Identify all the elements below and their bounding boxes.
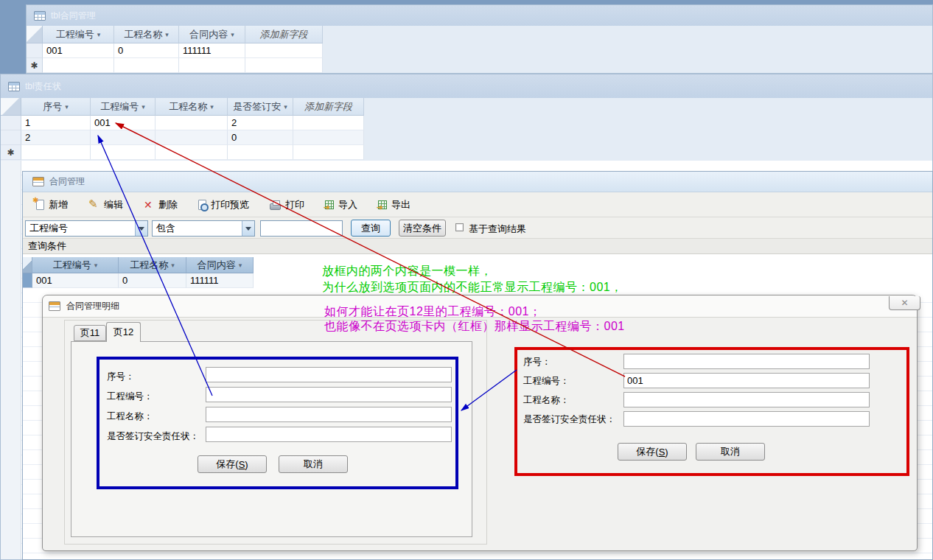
column-header-add-new-field[interactable]: 添加新字段 — [245, 26, 323, 43]
table-cell[interactable]: 2 — [228, 116, 293, 130]
field-label: 工程名称： — [523, 394, 570, 407]
column-header[interactable]: 合同内容▾ — [186, 257, 254, 273]
field-label: 工程编号： — [107, 391, 153, 403]
field-label: 序号： — [523, 356, 551, 368]
table-cell[interactable]: 2 — [21, 130, 91, 145]
table-cell[interactable]: 111111 — [179, 43, 245, 58]
column-header[interactable]: 工程名称▾ — [119, 257, 186, 273]
window-titlebar[interactable]: tbl合同管理 — [27, 5, 932, 26]
row-selector[interactable] — [1, 116, 21, 130]
column-header[interactable]: 序号▾ — [21, 98, 91, 116]
serial-number-field[interactable] — [623, 354, 870, 369]
project-name-field[interactable] — [623, 392, 870, 407]
select-all-corner[interactable] — [27, 26, 43, 43]
search-keyword-input[interactable] — [260, 220, 343, 237]
table-cell[interactable]: 0 — [119, 273, 186, 288]
row-selector[interactable] — [1, 130, 21, 145]
search-operator-combobox[interactable]: 包含 — [152, 220, 255, 237]
save-button[interactable]: 保存(S) — [618, 443, 687, 461]
delete-button[interactable]: 删除 — [144, 198, 178, 211]
tab-page12[interactable]: 页12 — [106, 322, 141, 342]
safety-agreement-field[interactable] — [623, 411, 870, 427]
annotation-magenta-line2: 也能像不在页选项卡内（红框）那样显示工程编号：001 — [324, 319, 625, 335]
table-cell[interactable] — [293, 116, 364, 130]
table-cell[interactable] — [43, 58, 114, 73]
dropdown-arrow-icon[interactable]: ▾ — [231, 31, 234, 38]
field-label: 工程名称： — [107, 410, 153, 423]
dropdown-arrow-icon[interactable]: ▾ — [239, 262, 242, 269]
print-button[interactable]: 打印 — [270, 198, 304, 211]
dropdown-arrow-icon[interactable]: ▾ — [65, 103, 69, 111]
select-all-corner[interactable] — [23, 257, 32, 273]
select-all-corner[interactable] — [1, 98, 21, 116]
table-cell[interactable]: 0 — [114, 43, 179, 58]
table-cell[interactable]: 0 — [228, 130, 293, 145]
table-cell[interactable]: 1 — [21, 116, 91, 130]
query-button[interactable]: 查询 — [351, 220, 391, 237]
chevron-down-icon[interactable] — [242, 221, 254, 236]
cancel-button[interactable]: 取消 — [279, 455, 348, 473]
table-cell[interactable]: 111111 — [186, 273, 254, 288]
table-cell[interactable] — [156, 145, 228, 160]
chevron-down-icon[interactable] — [135, 221, 147, 236]
table-cell[interactable] — [179, 58, 245, 73]
table-cell[interactable]: 001 — [32, 273, 119, 288]
export-button[interactable]: 导出 — [378, 198, 410, 211]
search-field-combobox[interactable]: 工程编号 — [25, 220, 148, 237]
close-button[interactable]: ✕ — [889, 296, 920, 310]
table-cell[interactable] — [91, 145, 156, 160]
column-header[interactable]: 工程编号▾ — [91, 98, 156, 116]
dropdown-arrow-icon[interactable]: ▾ — [97, 31, 101, 38]
table-cell[interactable] — [114, 58, 179, 73]
safety-agreement-field[interactable] — [206, 427, 452, 442]
cancel-button[interactable]: 取消 — [696, 443, 765, 461]
dropdown-arrow-icon[interactable]: ▾ — [141, 103, 145, 111]
dropdown-arrow-icon[interactable]: ▾ — [171, 262, 175, 269]
new-record-selector[interactable]: ✱ — [1, 145, 21, 160]
column-header[interactable]: 工程编号▾ — [43, 26, 114, 43]
table-cell[interactable]: 001 — [91, 116, 156, 130]
dropdown-arrow-icon[interactable]: ▾ — [210, 103, 214, 111]
table-cell[interactable] — [21, 145, 91, 160]
dropdown-arrow-icon[interactable]: ▾ — [284, 103, 287, 111]
column-header[interactable]: 合同内容▾ — [179, 26, 245, 43]
edit-button[interactable]: 编辑 — [88, 198, 123, 211]
table-cell[interactable] — [293, 130, 364, 145]
column-header-add-new-field[interactable]: 添加新字段 — [293, 98, 364, 116]
table-cell[interactable]: 001 — [43, 43, 114, 58]
column-header[interactable]: 是否签订安▾ — [228, 98, 293, 116]
table-cell[interactable] — [156, 130, 228, 145]
tab-page11[interactable]: 页11 — [74, 325, 106, 341]
table-cell[interactable] — [156, 116, 228, 130]
table-cell[interactable] — [91, 130, 156, 145]
print-preview-button[interactable]: 打印预览 — [198, 198, 249, 211]
annotation-magenta-line1: 如何才能让在页12里的工程编号：001； — [324, 304, 542, 320]
table-cell[interactable] — [293, 145, 364, 160]
save-button[interactable]: 保存(S) — [198, 455, 267, 473]
dropdown-arrow-icon[interactable]: ▾ — [94, 262, 98, 269]
row-selector[interactable] — [23, 273, 32, 288]
table-cell[interactable] — [245, 58, 323, 73]
clear-criteria-button[interactable]: 清空条件 — [399, 220, 446, 237]
criteria-band[interactable]: 查询条件 — [23, 238, 932, 254]
project-name-field[interactable] — [206, 407, 452, 422]
import-button[interactable]: 导入 — [325, 198, 357, 211]
new-record-selector[interactable]: ✱ — [27, 58, 43, 73]
project-code-field[interactable] — [206, 387, 452, 402]
column-header[interactable]: 工程名称▾ — [114, 26, 179, 43]
column-header[interactable]: 工程名称▾ — [156, 98, 228, 116]
project-code-field[interactable] — [623, 373, 870, 388]
dropdown-arrow-icon[interactable]: ▾ — [165, 31, 169, 38]
new-button[interactable]: 新增 — [36, 198, 68, 211]
row-selector[interactable] — [27, 43, 43, 58]
annotation-green-line1: 放框内的两个内容是一模一样， — [322, 264, 492, 279]
column-header[interactable]: 工程编号▾ — [32, 257, 119, 273]
form-icon — [49, 301, 60, 311]
new-record-icon — [36, 200, 44, 210]
table-cell[interactable] — [245, 43, 323, 58]
table-cell[interactable] — [228, 145, 293, 160]
based-on-result-checkbox[interactable] — [455, 223, 464, 231]
window-titlebar[interactable]: tbl责任状 — [1, 74, 932, 98]
serial-number-field[interactable] — [206, 367, 452, 382]
window-titlebar[interactable]: 合同管理 — [23, 172, 932, 192]
